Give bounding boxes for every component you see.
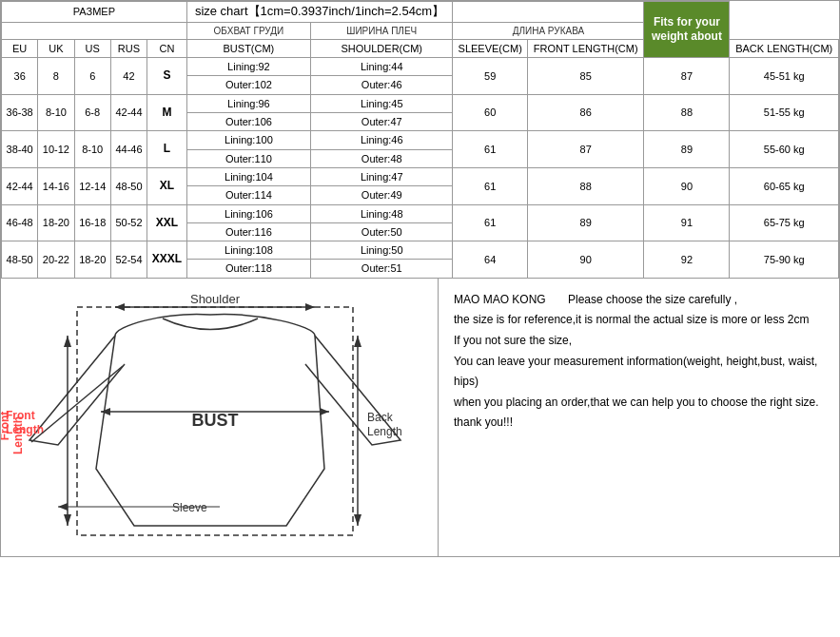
table-row: 36 8 6 42 S Lining:92 Lining:44 59 85 87… [2,58,839,76]
shoulder-outer-l: Outer:48 [311,149,453,167]
svg-marker-15 [58,503,68,511]
diagram-svg: Shoulder BUST Front Length Front Length [1,279,439,554]
cn-l: L [147,131,187,168]
front-xl: 88 [527,167,643,204]
rus-s: 42 [110,58,147,95]
bust-lining-s: Lining:92 [186,58,310,76]
size-chart-table: РАЗМЕР size chart【1cm=0.3937inch/1inch=2… [1,1,839,279]
bust-outer-s: Outer:102 [186,76,310,94]
back-xxl: 91 [644,204,730,241]
us-l: 8-10 [74,131,110,168]
fits-m: 51-55 kg [730,94,839,131]
table-row: 36-38 8-10 6-8 42-44 M Lining:96 Lining:… [2,94,839,112]
rus-xxxl: 52-54 [110,241,147,279]
main-container: РАЗМЕР size chart【1cm=0.3937inch/1inch=2… [0,0,840,557]
uk-xxl: 18-20 [38,204,74,241]
front-l: 87 [527,131,643,168]
shoulder-outer-xxl: Outer:50 [311,222,453,241]
svg-marker-9 [64,514,71,526]
eu-xxl: 46-48 [2,204,38,241]
fits-l: 55-60 kg [730,131,839,168]
bottom-section: Shoulder BUST Front Length Front Length [1,279,839,556]
svg-marker-8 [64,336,71,347]
shoulder-lining-xxxl: Lining:50 [311,241,453,260]
back-label1: Back [367,411,394,424]
eu-s: 36 [2,58,38,95]
svg-marker-2 [115,303,125,311]
svg-marker-5 [101,408,110,415]
cn-s: S [147,58,187,95]
rus-l: 44-46 [110,131,147,168]
back-xxxl: 92 [644,241,730,279]
svg-marker-3 [305,303,315,311]
rus-xl: 48-50 [110,167,147,204]
eu-m: 36-38 [2,94,38,131]
sleeve-header: SLEEVE(CM) [453,39,528,57]
bust-outer-l: Outer:110 [186,149,310,167]
front-label2: Length [6,423,44,436]
eu-xl: 42-44 [2,167,38,204]
sleeve-ru-header: ДЛИНА РУКАВА [453,22,644,39]
uk-s: 8 [38,58,74,95]
rus-m: 42-44 [110,94,147,131]
us-s: 6 [74,58,110,95]
front-header: FRONT LENGTH(CM) [527,39,643,57]
shoulder-outer-s: Outer:46 [311,76,453,94]
back-xl: 90 [644,167,730,204]
cn-header: CN [147,39,187,57]
uk-header: UK [38,39,74,57]
back-m: 88 [644,94,730,131]
brand-name: MAO MAO KONG [454,293,546,306]
front-m: 86 [527,94,643,131]
sleeve-l: 61 [453,131,528,168]
shoulder-header: SHOULDER(CM) [311,39,453,57]
shoulder-ru-header: ШИРИНА ПЛЕЧ [311,22,453,39]
cn-xxxl: XXXL [147,241,187,279]
table-row: 46-48 18-20 16-18 50-52 XXL Lining:106 L… [2,204,839,222]
размер-header: РАЗМЕР [2,2,187,23]
back-label2: Length [367,425,402,438]
bust-lining-xl: Lining:104 [186,167,310,185]
us-xxl: 16-18 [74,204,110,241]
eu-l: 38-40 [2,131,38,168]
front-xxxl: 90 [527,241,643,279]
bust-outer-xxxl: Outer:118 [186,260,310,278]
us-header: US [74,39,110,57]
rus-xxl: 50-52 [110,204,147,241]
sleeve-xxxl: 64 [453,241,528,279]
chart-title: size chart【1cm=0.3937inch/1inch=2.54cm】 [186,2,453,23]
shoulder-label: Shoulder [190,292,241,306]
sleeve-xl: 61 [453,167,528,204]
fits-xl: 60-65 kg [730,167,839,204]
bust-outer-m: Outer:106 [186,113,310,131]
shoulder-lining-l: Lining:46 [311,131,453,149]
bust-lining-xxxl: Lining:108 [186,241,310,260]
diagram-area: Shoulder BUST Front Length Front Length [1,279,439,556]
cn-m: M [147,94,187,131]
table-row: 38-40 10-12 8-10 44-46 L Lining:100 Lini… [2,131,839,149]
sleeve-m: 60 [453,94,528,131]
fits-s: 45-51 kg [730,58,839,95]
bust-label: BUST [192,411,239,430]
shoulder-lining-s: Lining:44 [311,58,453,76]
front-label1: Front [6,409,35,422]
cn-xxl: XXL [147,204,187,241]
table-row: 48-50 20-22 18-20 52-54 XXXL Lining:108 … [2,241,839,260]
sleeve-xxl: 61 [453,204,528,241]
shoulder-lining-m: Lining:45 [311,94,453,112]
cn-xl: XL [147,167,187,204]
svg-marker-12 [354,514,361,526]
rus-header: RUS [110,39,147,57]
uk-xl: 14-16 [38,167,74,204]
eu-xxxl: 48-50 [2,241,38,279]
back-l: 89 [644,131,730,168]
bust-lining-m: Lining:96 [186,94,310,112]
fits-xxl: 65-75 kg [730,204,839,241]
bust-lining-xxl: Lining:106 [186,204,310,222]
back-header: BACK LENGTH(CM) [730,39,839,57]
fits-header: Fits for your weight about [644,2,730,58]
bust-outer-xxl: Outer:116 [186,222,310,241]
shoulder-outer-xxxl: Outer:51 [311,260,453,278]
uk-m: 8-10 [38,94,74,131]
us-m: 6-8 [74,94,110,131]
